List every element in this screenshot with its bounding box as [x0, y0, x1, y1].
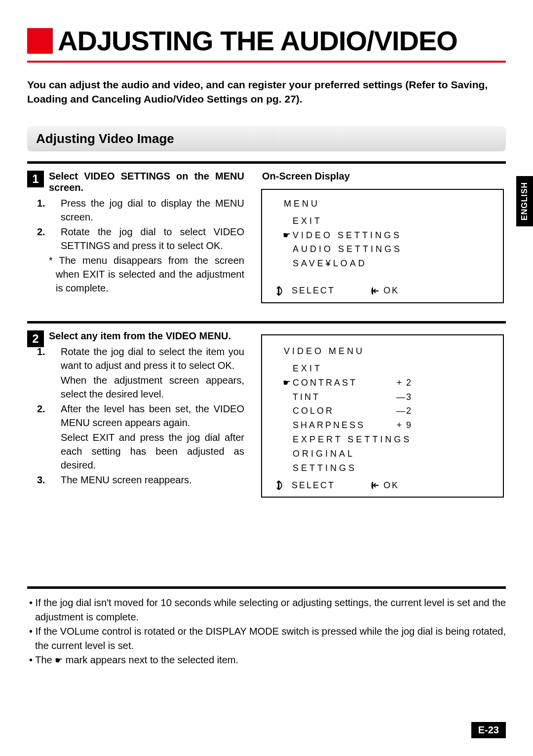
note-1: • If the jog dial isn't moved for 10 sec…	[27, 596, 506, 624]
step1-sub1: 1.Press the jog dial to display the MENU…	[49, 196, 244, 224]
osd2-sharpness: SHARPNESS+ 9	[293, 418, 412, 432]
divider	[27, 161, 506, 164]
osd2-original: ORIGINAL SETTINGS	[293, 447, 412, 475]
title-accent-square	[27, 28, 53, 54]
note-2: • If the VOLume control is rotated or th…	[27, 624, 506, 653]
osd2-exit: EXIT	[293, 361, 412, 376]
osd2-contrast: ☛CONTRAST+ 2	[293, 376, 412, 390]
osd1-head: MENU	[284, 199, 491, 209]
pointer-icon: ☛	[283, 228, 293, 243]
page-number: E-23	[471, 722, 506, 738]
divider	[27, 586, 506, 589]
step2-sub2b: Select EXIT and press the jog dial after…	[49, 431, 244, 472]
pointer-icon: ☛	[55, 655, 63, 665]
note-3: • The ☛ mark appears next to the selecte…	[27, 653, 506, 667]
title-underline	[27, 61, 506, 63]
jog-press-icon	[370, 286, 381, 296]
osd-video-menu: VIDEO MENU EXIT ☛CONTRAST+ 2 TINT—3 COLO…	[261, 334, 504, 498]
osd1-exit: EXIT	[293, 214, 491, 228]
osd-menu-screen: MENU EXIT ☛VIDEO SETTINGS AUDIO SETTINGS…	[261, 189, 504, 303]
divider	[27, 321, 506, 324]
section-heading: Adjusting Video Image	[27, 126, 506, 151]
osd2-expert: EXPERT SETTINGS	[293, 432, 412, 447]
osd2-tint: TINT—3	[293, 390, 412, 404]
osd2-ok-hint: OK	[370, 480, 399, 491]
intro-text: You can adjust the audio and video, and …	[27, 77, 506, 107]
osd1-ok-hint: OK	[370, 286, 399, 296]
step1-title: Select VIDEO SETTINGS on the MENU screen…	[49, 171, 244, 193]
jog-rotate-icon	[276, 285, 289, 297]
step2-sub1b: When the adjustment screen appears, sele…	[49, 373, 244, 401]
osd1-save-load: SAVE¥LOAD	[293, 256, 491, 271]
jog-rotate-icon	[276, 479, 289, 492]
step-number-1: 1	[27, 171, 44, 187]
step2-sub3: 3.The MENU screen reappears.	[49, 473, 244, 487]
language-tab: ENGLISH	[516, 176, 533, 226]
pointer-icon: ☛	[283, 376, 293, 390]
step2-sub1a: 1.Rotate the jog dial to select the item…	[49, 345, 244, 372]
osd2-select-hint: SELECT	[276, 479, 335, 492]
jog-press-icon	[370, 480, 381, 491]
osd1-select-hint: SELECT	[276, 285, 335, 297]
osd2-head: VIDEO MENU	[284, 346, 491, 357]
step2-sub2a: 2.After the level has been set, the VIDE…	[49, 402, 244, 430]
step2-title: Select any item from the VIDEO MENU.	[49, 330, 244, 342]
osd-label: On-Screen Display	[259, 171, 506, 182]
osd2-color: COLOR—2	[293, 404, 412, 418]
osd1-video-settings: ☛VIDEO SETTINGS	[293, 228, 491, 243]
step1-note: * The menu disappears from the screen wh…	[49, 253, 244, 295]
step1-sub2: 2.Rotate the jog dial to select VIDEO SE…	[49, 225, 244, 252]
osd1-audio-settings: AUDIO SETTINGS	[293, 242, 491, 256]
page-title: ADJUSTING THE AUDIO/VIDEO	[58, 25, 457, 57]
